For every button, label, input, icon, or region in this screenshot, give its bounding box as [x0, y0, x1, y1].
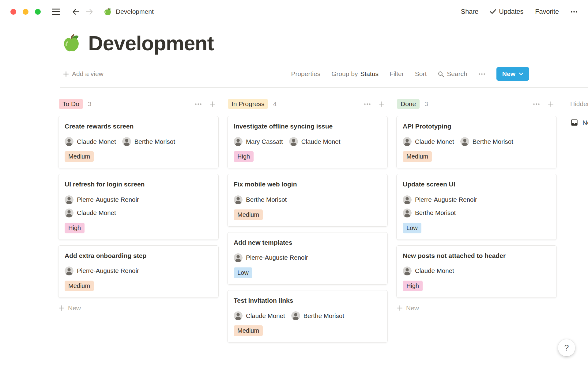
assignee-name: Pierre-Auguste Renoir [415, 196, 477, 203]
add-card-button[interactable]: New [396, 303, 557, 314]
priority-badge[interactable]: Low [234, 267, 252, 278]
column-more-icon[interactable] [364, 103, 371, 105]
priority-badge[interactable]: Medium [65, 281, 94, 291]
column-add-icon[interactable] [548, 101, 554, 107]
board-column-done: Done 3 API Prototyping Claude Monet Bert… [396, 98, 557, 314]
assignee[interactable]: Berthe Morisot [460, 137, 513, 146]
card-title: API Prototyping [403, 122, 550, 130]
card[interactable]: Update screen UI Pierre-Auguste Renoir B… [396, 174, 557, 240]
assignee[interactable]: Pierre-Auguste Renoir [65, 195, 139, 204]
card[interactable]: API Prototyping Claude Monet Berthe Mori… [396, 116, 557, 168]
close-button[interactable] [10, 9, 16, 15]
card[interactable]: Add new templates Pierre-Auguste Renoir … [227, 232, 388, 285]
hidden-group-no-status[interactable]: No Status [570, 118, 588, 127]
column-header: Done 3 [396, 98, 557, 110]
assignee-row: Pierre-Auguste Renoir [65, 266, 212, 275]
assignee[interactable]: Claude Monet [65, 137, 116, 146]
avatar-icon [122, 137, 131, 146]
assignee[interactable]: Claude Monet [65, 209, 116, 217]
apple-icon[interactable] [62, 34, 81, 53]
avatar-icon [234, 253, 243, 262]
priority-badge[interactable]: High [234, 151, 254, 162]
card[interactable]: UI refresh for login screen Pierre-Augus… [58, 174, 219, 240]
properties-button[interactable]: Properties [291, 70, 320, 78]
assignee[interactable]: Berthe Morisot [122, 137, 175, 146]
assignee-row: Pierre-Auguste Renoir [403, 195, 550, 204]
card[interactable]: New posts not attached to header Claude … [396, 245, 557, 298]
priority-badge[interactable]: Medium [403, 151, 432, 162]
new-button[interactable]: New [496, 67, 529, 81]
back-arrow-icon[interactable] [72, 8, 80, 16]
assignee[interactable]: Pierre-Auguste Renoir [403, 195, 477, 204]
assignee-row: Claude Monet Berthe Morisot [403, 137, 550, 146]
avatar-icon [234, 311, 243, 320]
assignee[interactable]: Berthe Morisot [291, 311, 344, 320]
assignee[interactable]: Mary Cassatt [234, 137, 283, 146]
more-options-icon[interactable] [571, 11, 578, 13]
column-status-badge[interactable]: Done [397, 99, 420, 109]
assignee[interactable]: Pierre-Auguste Renoir [65, 266, 139, 275]
card-title: UI refresh for login screen [65, 180, 212, 188]
updates-button[interactable]: Updates [490, 8, 523, 16]
help-button[interactable]: ? [558, 339, 575, 356]
avatar-icon [403, 209, 412, 217]
minimize-button[interactable] [23, 9, 28, 15]
forward-arrow-icon[interactable] [85, 8, 94, 16]
priority-badge[interactable]: Medium [234, 209, 263, 220]
priority-badge[interactable]: High [403, 281, 423, 291]
column-count: 3 [88, 100, 92, 108]
hidden-group-label: No Status [582, 119, 588, 126]
column-more-icon[interactable] [533, 103, 540, 105]
breadcrumb[interactable]: Development [104, 8, 154, 16]
view-more-icon[interactable] [478, 73, 485, 75]
hidden-columns-label[interactable]: Hidden columns [570, 98, 588, 110]
priority-badge[interactable]: Medium [65, 151, 94, 162]
column-status-badge[interactable]: In Progress [228, 99, 268, 109]
card[interactable]: Add extra onboarding step Pierre-Auguste… [58, 245, 219, 298]
inbox-icon [570, 118, 579, 127]
favorite-button[interactable]: Favorite [535, 8, 559, 16]
share-button[interactable]: Share [461, 8, 478, 16]
filter-button[interactable]: Filter [390, 70, 404, 78]
avatar-icon [65, 209, 74, 217]
add-view-button[interactable]: Add a view [63, 70, 104, 78]
add-card-label: New [406, 305, 419, 312]
assignee-name: Mary Cassatt [246, 138, 283, 145]
assignee-row: Pierre-Auguste Renoir [65, 195, 212, 204]
group-by-button[interactable]: Group by Status [331, 70, 379, 78]
assignee-row: Claude Monet [403, 266, 550, 275]
priority-badge[interactable]: High [65, 223, 85, 233]
sidebar-toggle-icon[interactable] [52, 9, 60, 15]
priority-badge[interactable]: Medium [234, 325, 263, 336]
priority-badge[interactable]: Low [403, 223, 421, 233]
add-card-button[interactable]: New [58, 303, 219, 314]
column-header: In Progress 4 [227, 98, 388, 110]
assignee[interactable]: Berthe Morisot [403, 209, 456, 217]
assignee-row: Berthe Morisot [234, 195, 381, 204]
column-add-icon[interactable] [210, 101, 216, 107]
sort-button[interactable]: Sort [415, 70, 427, 78]
column-add-icon[interactable] [379, 101, 385, 107]
assignee[interactable]: Pierre-Auguste Renoir [234, 253, 308, 262]
zoom-button[interactable] [35, 9, 41, 15]
column-status-badge[interactable]: To Do [59, 99, 83, 109]
card[interactable]: Test invitation links Claude Monet Berth… [227, 290, 388, 343]
assignee-name: Berthe Morisot [415, 209, 456, 217]
assignee[interactable]: Claude Monet [403, 137, 454, 146]
card[interactable]: Investigate offline syncing issue Mary C… [227, 116, 388, 168]
assignee-name: Berthe Morisot [134, 138, 175, 145]
assignee[interactable]: Claude Monet [289, 137, 341, 146]
assignee-name: Claude Monet [415, 138, 454, 145]
assignee-name: Berthe Morisot [303, 312, 344, 320]
avatar-icon [403, 195, 412, 204]
assignee[interactable]: Claude Monet [234, 311, 285, 320]
assignee-name: Claude Monet [77, 138, 116, 145]
column-more-icon[interactable] [195, 103, 202, 105]
card[interactable]: Create rewards screen Claude Monet Berth… [58, 116, 219, 168]
card[interactable]: Fix mobile web login Berthe Morisot Medi… [227, 174, 388, 226]
search-button[interactable]: Search [438, 70, 467, 78]
assignee-name: Pierre-Auguste Renoir [77, 267, 139, 274]
assignee[interactable]: Claude Monet [403, 266, 454, 275]
assignee[interactable]: Berthe Morisot [234, 195, 287, 204]
card-title: New posts not attached to header [403, 251, 550, 260]
